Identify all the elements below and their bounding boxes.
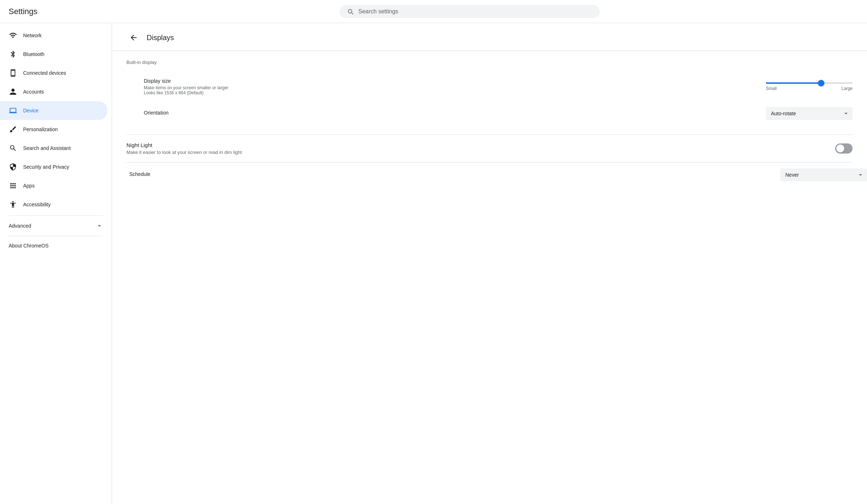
sidebar-item-advanced-label: Advanced — [9, 223, 31, 229]
schedule-label: Schedule — [129, 171, 780, 177]
app-header: Settings — [0, 0, 867, 23]
sidebar-item-personalization[interactable]: Personalization — [0, 120, 107, 139]
laptop-icon — [9, 106, 17, 115]
sidebar-item-accessibility-label: Accessibility — [23, 202, 51, 207]
display-size-slider[interactable] — [766, 82, 853, 84]
schedule-control: Never Sunset to Sunrise Custom — [780, 168, 867, 181]
chevron-down-icon — [96, 222, 103, 229]
sidebar-item-about-label: About ChromeOS — [9, 243, 49, 249]
schedule-select[interactable]: Never Sunset to Sunrise Custom — [780, 168, 867, 181]
main-layout: Network Bluetooth Connected devices — [0, 23, 867, 504]
schedule-info: Schedule — [129, 171, 780, 178]
night-light-info: Night Light Make it easier to look at yo… — [126, 142, 242, 155]
bluetooth-icon — [9, 50, 17, 59]
sidebar-item-bluetooth[interactable]: Bluetooth — [0, 45, 107, 64]
sidebar-item-bluetooth-label: Bluetooth — [23, 51, 44, 57]
night-light-toggle-slider — [835, 143, 853, 154]
slider-labels: Small Large — [766, 86, 853, 91]
night-light-title: Night Light — [126, 142, 242, 148]
orientation-select[interactable]: Auto-rotate 0° (Default) 90° 180° 270° — [766, 107, 853, 120]
sidebar-item-device-label: Device — [23, 108, 39, 113]
built-in-display-title: Built-in display — [126, 60, 853, 65]
sidebar-item-security-privacy[interactable]: Security and Privacy — [0, 158, 107, 176]
main-content: Displays Built-in display Display size M… — [112, 23, 867, 504]
sidebar-item-accounts[interactable]: Accounts — [0, 82, 107, 101]
accessibility-icon — [9, 200, 17, 209]
display-size-label: Display size — [144, 78, 766, 84]
orientation-control: Auto-rotate 0° (Default) 90° 180° 270° — [766, 107, 853, 120]
sidebar-item-security-privacy-label: Security and Privacy — [23, 164, 69, 170]
orientation-row: Orientation Auto-rotate 0° (Default) 90°… — [126, 101, 853, 126]
sidebar-item-connected-devices-label: Connected devices — [23, 70, 66, 76]
content-header: Displays — [112, 23, 867, 51]
slider-min-label: Small — [766, 86, 777, 91]
app-title: Settings — [9, 7, 81, 16]
page-title: Displays — [147, 34, 174, 42]
orientation-label: Orientation — [144, 110, 766, 116]
display-size-control: Small Large — [766, 82, 853, 91]
sidebar: Network Bluetooth Connected devices — [0, 23, 112, 504]
shield-icon — [9, 163, 17, 171]
grid-icon — [9, 181, 17, 190]
sidebar-item-network-label: Network — [23, 33, 42, 38]
sidebar-item-advanced[interactable]: Advanced — [0, 217, 112, 234]
sidebar-item-accounts-label: Accounts — [23, 89, 44, 95]
sidebar-item-personalization-label: Personalization — [23, 126, 58, 132]
schedule-row: Schedule Never Sunset to Sunrise Custom — [112, 163, 867, 187]
sidebar-item-network[interactable]: Network — [0, 26, 107, 45]
display-size-sub2: Looks like 1536 x 864 (Default) — [144, 90, 766, 95]
search-icon — [347, 8, 354, 15]
night-light-subtitle: Make it easier to look at your screen or… — [126, 150, 242, 155]
slider-max-label: Large — [841, 86, 853, 91]
search-input[interactable] — [358, 8, 592, 15]
display-size-slider-container: Small Large — [766, 82, 853, 91]
sidebar-item-apps[interactable]: Apps — [0, 176, 107, 195]
person-icon — [9, 87, 17, 96]
back-button[interactable] — [126, 30, 141, 45]
night-light-toggle[interactable] — [835, 143, 853, 154]
sidebar-divider-2 — [9, 236, 103, 236]
sidebar-item-search-assistant[interactable]: Search and Assistant — [0, 139, 107, 158]
search-nav-icon — [9, 144, 17, 152]
devices-icon — [9, 69, 17, 77]
orientation-info: Orientation — [144, 110, 766, 117]
display-size-sub1: Make items on your screen smaller or lar… — [144, 85, 766, 90]
built-in-display-section: Built-in display Display size Make items… — [112, 51, 867, 134]
sidebar-item-search-assistant-label: Search and Assistant — [23, 145, 71, 151]
sidebar-item-connected-devices[interactable]: Connected devices — [0, 64, 107, 82]
display-size-row: Display size Make items on your screen s… — [126, 72, 853, 101]
night-light-row: Night Light Make it easier to look at yo… — [112, 135, 867, 162]
sidebar-item-device[interactable]: Device — [0, 101, 107, 120]
sidebar-item-about[interactable]: About ChromeOS — [0, 238, 112, 254]
sidebar-item-apps-label: Apps — [23, 183, 35, 189]
sidebar-item-accessibility[interactable]: Accessibility — [0, 195, 107, 214]
brush-icon — [9, 125, 17, 134]
display-size-info: Display size Make items on your screen s… — [144, 78, 766, 95]
search-bar[interactable] — [340, 5, 600, 18]
wifi-icon — [9, 31, 17, 40]
sidebar-divider — [9, 215, 103, 216]
back-arrow-icon — [129, 33, 138, 42]
